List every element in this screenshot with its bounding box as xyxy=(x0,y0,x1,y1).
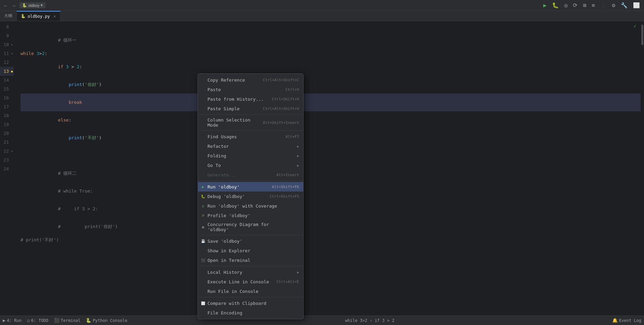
menu-item-generate[interactable]: Generate... Alt+Insert xyxy=(198,170,303,180)
outline-label: 大纲 xyxy=(4,13,12,19)
menu-item-paste[interactable]: Paste Ctrl+V xyxy=(198,85,303,94)
concurrency-oldboy-icon: ⊞ xyxy=(201,225,205,229)
line-num-19: 19 xyxy=(0,120,14,129)
code-line-8 xyxy=(21,23,641,31)
code-line-19: # while True: xyxy=(21,182,641,200)
menu-item-folding[interactable]: Folding ▶ xyxy=(198,151,303,160)
run-button[interactable]: ▶ xyxy=(542,1,548,9)
menu-item-run-oldboy[interactable]: ▶ Run 'oldboy' Alt+Shift+F6 xyxy=(198,182,303,192)
code-line-16 xyxy=(21,147,641,156)
more-button[interactable]: ⬜ xyxy=(632,1,641,9)
refactor-submenu-arrow: ▶ xyxy=(297,144,299,148)
todo-status-item[interactable]: ☑ 6: TODO xyxy=(27,318,48,323)
code-area: 8 9 10▾ 11▾ 12 13● 14 15 16 17 18 19 20 … xyxy=(0,21,641,264)
line-num-23: 23 xyxy=(0,156,14,165)
code-lines[interactable]: # 循环一 while 3>2: if 3 > 2: print('你好') b… xyxy=(18,23,641,262)
profile-button[interactable]: ⟳ xyxy=(572,1,579,9)
close-tab-button[interactable]: × xyxy=(53,14,56,19)
separator-1 xyxy=(198,114,303,115)
terminal-status-item[interactable]: ⬛ Terminal xyxy=(54,318,81,323)
menu-item-compare-clipboard[interactable]: ⬜ Compare with Clipboard xyxy=(198,298,303,308)
main-area: ✓ 8 9 10▾ 11▾ 12 13● 14 15 16 17 18 19 2… xyxy=(0,21,644,315)
check-mark: ✓ xyxy=(634,23,636,29)
outline-tab[interactable]: 大纲 xyxy=(0,11,17,21)
shortcut-find-usages: Alt+F7 xyxy=(285,135,299,139)
line-num-8: 8 xyxy=(0,23,14,31)
code-line-17 xyxy=(21,156,641,165)
menu-item-profile-oldboy[interactable]: ⟳ Profile 'oldboy' xyxy=(198,211,303,220)
python-console-status-item[interactable]: 🐍 Python Console xyxy=(86,318,127,323)
project-selector[interactable]: 🐍 oldboy ▾ xyxy=(19,2,45,8)
separator-2 xyxy=(198,130,303,131)
menu-item-save-oldboy[interactable]: 💾 Save 'oldboy' xyxy=(198,236,303,246)
line-num-22: 22▾ xyxy=(0,147,14,156)
menu-label-local-history: Local History xyxy=(207,270,242,275)
menu-item-concurrency-oldboy[interactable]: ⊞ Concurrency Diagram for 'oldboy' xyxy=(198,220,303,234)
more-run-button[interactable]: ≡ xyxy=(590,1,596,9)
menu-item-run-coverage[interactable]: ◎ Run 'oldboy' with Coverage xyxy=(198,201,303,211)
separator-5 xyxy=(198,266,303,266)
scrollbar-track[interactable] xyxy=(641,21,644,315)
code-line-14: else: xyxy=(21,111,641,129)
menu-item-refactor[interactable]: Refactor ▶ xyxy=(198,141,303,151)
separator-3 xyxy=(198,181,303,181)
shortcut-paste: Ctrl+V xyxy=(285,87,299,92)
menu-label-save-oldboy: Save 'oldboy' xyxy=(207,239,242,244)
terminal-status-label: Terminal xyxy=(61,318,81,323)
menu-item-local-history[interactable]: Local History ▶ xyxy=(198,267,303,277)
folding-submenu-arrow: ▶ xyxy=(297,154,299,158)
menu-item-debug-oldboy[interactable]: 🐛 Debug 'oldboy' Ctrl+Shift+F5 xyxy=(198,192,303,201)
menu-item-copy-reference[interactable]: Copy Reference Ctrl+Alt+Shift+C xyxy=(198,75,303,85)
tools-button[interactable]: 🔧 xyxy=(619,1,629,9)
menu-item-column-selection[interactable]: Column Selection Mode Alt+Shift+Insert xyxy=(198,116,303,129)
menu-item-go-to[interactable]: Go To ▶ xyxy=(198,160,303,170)
menu-item-open-terminal[interactable]: ⬛ Open in Terminal xyxy=(198,255,303,265)
shortcut-debug-oldboy: Ctrl+Shift+F5 xyxy=(270,194,299,199)
code-editor[interactable]: ✓ 8 9 10▾ 11▾ 12 13● 14 15 16 17 18 19 2… xyxy=(0,21,641,315)
concurrency-button[interactable]: ⊞ xyxy=(581,1,588,9)
shortcut-run-oldboy: Alt+Shift+F6 xyxy=(272,185,299,189)
run-status-item[interactable]: ▶ 4: Run xyxy=(3,318,22,323)
line-num-9: 9 xyxy=(0,31,14,40)
code-line-12: print('你好') xyxy=(21,76,641,94)
menu-item-run-file-console[interactable]: Run File in Console xyxy=(198,286,303,296)
run-oldboy-icon: ▶ xyxy=(201,185,205,189)
menu-label-show-explorer: Show in Explorer xyxy=(207,248,250,253)
run-coverage-button[interactable]: ◎ xyxy=(563,1,569,9)
run-status-icon: ▶ xyxy=(3,318,5,323)
breadcrumb-status: while 3>2 › if 3 > 2 xyxy=(345,318,395,323)
scrollbar-thumb[interactable] xyxy=(641,25,643,45)
debug-button[interactable]: 🐛 xyxy=(551,1,560,9)
menu-item-file-encoding[interactable]: File Encoding xyxy=(198,308,303,317)
shortcut-copy-reference: Ctrl+Alt+Shift+C xyxy=(263,78,299,82)
code-line-15: print('不好') xyxy=(21,129,641,147)
menu-label-concurrency-oldboy: Concurrency Diagram for 'oldboy' xyxy=(207,222,292,232)
shortcut-execute-console: Ctrl+Alt+E xyxy=(277,280,299,284)
nav-back-button[interactable]: ← xyxy=(3,2,8,9)
debug-oldboy-icon: 🐛 xyxy=(201,195,205,198)
line-num-18: 18 xyxy=(0,111,14,120)
context-menu: Copy Reference Ctrl+Alt+Shift+C Paste Ct… xyxy=(198,73,304,319)
save-oldboy-icon: 💾 xyxy=(201,239,205,243)
separator-4 xyxy=(198,235,303,235)
local-history-submenu-arrow: ▶ xyxy=(297,270,299,274)
todo-status-label: 6: TODO xyxy=(31,318,49,323)
code-line-22: # print('不好') xyxy=(21,236,641,244)
titlebar: ← → 🐍 oldboy ▾ ▶ 🐛 ◎ ⟳ ⊞ ≡ | ⚙ 🔧 ⬜ xyxy=(0,0,644,11)
menu-item-paste-history[interactable]: Paste from History... Ctrl+Shift+V xyxy=(198,94,303,104)
menu-item-paste-simple[interactable]: Paste Simple Ctrl+Alt+Shift+V xyxy=(198,104,303,113)
settings-button[interactable]: ⚙ xyxy=(611,1,617,9)
event-log-item[interactable]: 🔔 Event Log xyxy=(612,318,641,323)
menu-label-compare-clipboard: Compare with Clipboard xyxy=(207,301,266,306)
menu-label-run-coverage: Run 'oldboy' with Coverage xyxy=(207,203,277,209)
menu-label-run-file-console: Run File in Console xyxy=(207,289,258,294)
line-num-20: 20 xyxy=(0,129,14,138)
nav-forward-button[interactable]: → xyxy=(11,2,16,9)
menu-item-execute-console[interactable]: Execute Line in Console Ctrl+Alt+E xyxy=(198,277,303,286)
menu-label-open-terminal: Open in Terminal xyxy=(207,258,250,263)
project-icon: 🐍 xyxy=(22,3,27,8)
menu-item-find-usages[interactable]: Find Usages Alt+F7 xyxy=(198,132,303,141)
menu-item-show-explorer[interactable]: Show in Explorer xyxy=(198,246,303,255)
file-tab-oldboy[interactable]: 🐍 oldboy.py × xyxy=(17,11,61,21)
menu-label-paste: Paste xyxy=(207,87,221,92)
